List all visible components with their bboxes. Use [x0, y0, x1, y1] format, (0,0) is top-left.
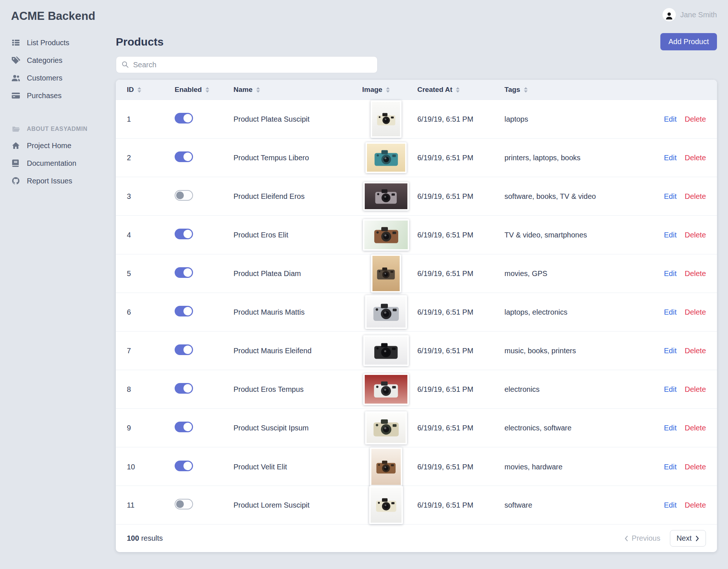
app-logo[interactable]: ACME Backend [11, 10, 116, 23]
delete-link[interactable]: Delete [685, 501, 706, 509]
cell-image [362, 373, 417, 405]
list-icon [11, 38, 21, 47]
sidebar-item-customers[interactable]: Customers [11, 69, 116, 87]
delete-link[interactable]: Delete [685, 192, 706, 201]
edit-link[interactable]: Edit [664, 115, 677, 124]
enabled-toggle[interactable] [175, 461, 193, 471]
credit-card-icon [11, 91, 21, 100]
toggle-knob [183, 153, 192, 161]
camera-photo-icon [371, 225, 402, 245]
enabled-toggle[interactable] [175, 383, 193, 394]
cell-enabled [175, 461, 233, 473]
edit-link[interactable]: Edit [664, 385, 677, 394]
delete-link[interactable]: Delete [685, 269, 706, 278]
cell-id: 11 [127, 501, 175, 509]
delete-link[interactable]: Delete [685, 308, 706, 316]
camera-photo-icon [371, 341, 402, 361]
edit-link[interactable]: Edit [664, 192, 677, 201]
delete-link[interactable]: Delete [685, 347, 706, 355]
sidebar-item-purchases[interactable]: Purchases [11, 87, 116, 104]
cell-created-at: 6/19/19, 6:51 PM [417, 463, 504, 471]
table-row: 4 Product Eros Elit 6/19/19, 6:51 PM TV … [116, 215, 717, 254]
enabled-toggle[interactable] [175, 344, 193, 355]
toggle-knob [183, 423, 192, 431]
edit-link[interactable]: Edit [664, 463, 677, 471]
edit-link[interactable]: Edit [664, 501, 677, 509]
camera-photo-icon [375, 454, 397, 480]
add-product-button[interactable]: Add Product [660, 33, 717, 50]
table-row: 8 Product Eros Tempus 6/19/19, 6:51 PM e… [116, 370, 717, 408]
open-folder-icon [11, 125, 21, 133]
enabled-toggle[interactable] [175, 267, 193, 278]
sidebar-item-label: Customers [27, 74, 63, 82]
enabled-toggle[interactable] [175, 229, 193, 239]
product-image [370, 447, 402, 486]
cell-created-at: 6/19/19, 6:51 PM [417, 424, 504, 432]
edit-link[interactable]: Edit [664, 154, 677, 162]
cell-image [362, 182, 417, 211]
cell-enabled [175, 344, 233, 357]
edit-link[interactable]: Edit [664, 347, 677, 355]
pagination: Previous Next [624, 530, 706, 547]
delete-link[interactable]: Delete [685, 424, 706, 432]
edit-link[interactable]: Edit [664, 231, 677, 239]
product-image [369, 486, 403, 524]
column-header-id[interactable]: ID [127, 86, 175, 94]
cell-enabled [175, 306, 233, 318]
sidebar-item-label: List Products [27, 39, 69, 47]
delete-link[interactable]: Delete [685, 154, 706, 162]
sidebar-item-list-products[interactable]: List Products [11, 34, 116, 51]
delete-link[interactable]: Delete [685, 231, 706, 239]
delete-link[interactable]: Delete [685, 463, 706, 471]
table-row: 9 Product Suscipit Ipsum 6/19/19, 6:51 P… [116, 408, 717, 447]
main-content: Products Add Product ID Enabled Name Ima… [116, 0, 728, 569]
edit-link[interactable]: Edit [664, 424, 677, 432]
column-header-image[interactable]: Image [362, 86, 417, 94]
column-header-created-at[interactable]: Created At [417, 86, 504, 94]
enabled-toggle[interactable] [175, 306, 193, 316]
edit-link[interactable]: Edit [664, 308, 677, 316]
sort-icon [256, 87, 260, 93]
cell-enabled [175, 229, 233, 241]
enabled-toggle[interactable] [175, 190, 193, 201]
toggle-knob [183, 346, 192, 354]
page-title: Products [116, 36, 164, 48]
product-image [363, 373, 409, 405]
sidebar-item-categories[interactable]: Categories [11, 51, 116, 69]
enabled-toggle[interactable] [175, 422, 193, 432]
enabled-toggle[interactable] [175, 113, 193, 124]
cell-tags: TV & video, smartphones [504, 231, 625, 239]
column-header-tags[interactable]: Tags [504, 86, 625, 94]
camera-photo-icon [372, 301, 400, 323]
previous-button[interactable]: Previous [624, 534, 660, 543]
sidebar-item-documentation[interactable]: Documentation [11, 154, 116, 172]
tags-icon [11, 56, 21, 65]
toggle-knob [183, 268, 192, 277]
cell-enabled [175, 113, 233, 125]
column-header-name[interactable]: Name [233, 86, 362, 94]
cell-enabled [175, 267, 233, 280]
product-image [371, 100, 402, 138]
cell-actions: EditDelete [625, 424, 706, 432]
table-row: 6 Product Mauris Mattis 6/19/19, 6:51 PM… [116, 293, 717, 331]
search-input[interactable] [116, 56, 378, 73]
cell-actions: EditDelete [625, 385, 706, 394]
column-header-enabled[interactable]: Enabled [175, 86, 233, 94]
camera-photo-icon [376, 261, 396, 286]
sort-icon [456, 87, 460, 93]
delete-link[interactable]: Delete [685, 115, 706, 124]
cell-image [362, 335, 417, 366]
enabled-toggle[interactable] [175, 151, 193, 162]
delete-link[interactable]: Delete [685, 385, 706, 394]
cell-created-at: 6/19/19, 6:51 PM [417, 192, 504, 201]
sidebar-item-report-issues[interactable]: Report Issues [11, 172, 116, 190]
next-button[interactable]: Next [670, 530, 706, 547]
sort-icon [206, 87, 209, 93]
cell-actions: EditDelete [625, 115, 706, 124]
cell-name: Product Platea Diam [233, 269, 362, 278]
sidebar: ACME Backend List Products Categories Cu… [0, 0, 116, 569]
cell-created-at: 6/19/19, 6:51 PM [417, 501, 504, 509]
edit-link[interactable]: Edit [664, 269, 677, 278]
enabled-toggle[interactable] [175, 499, 193, 509]
sidebar-item-project-home[interactable]: Project Home [11, 137, 116, 154]
